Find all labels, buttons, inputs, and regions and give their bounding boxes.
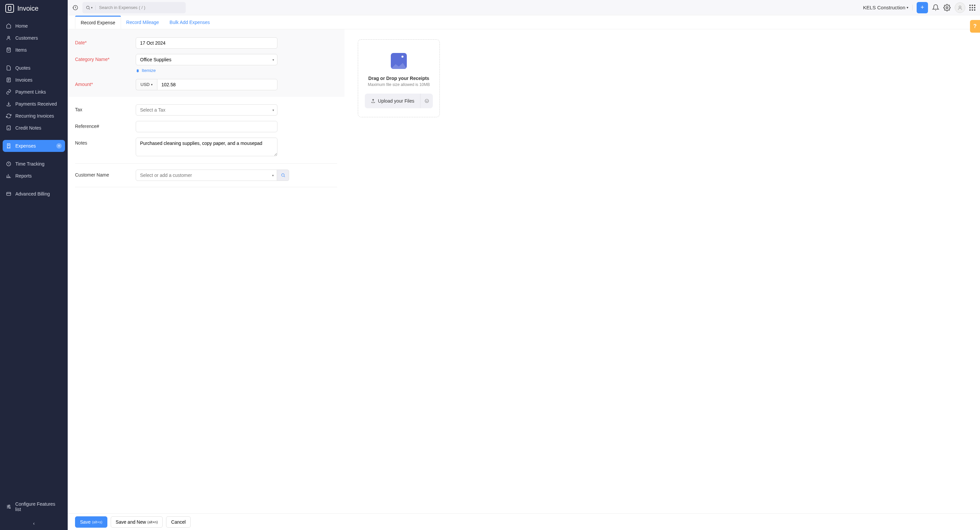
sidebar-item-label: Home	[15, 23, 28, 29]
clock-icon	[6, 161, 11, 167]
sidebar-collapse-toggle[interactable]: ‹	[0, 517, 68, 530]
footer: Save (alt+s) Save and New (alt+n) Cancel	[68, 513, 980, 530]
invoice-icon	[6, 77, 11, 83]
category-label: Category Name*	[75, 54, 136, 62]
link-icon	[6, 89, 11, 95]
sidebar-item-label: Reports	[15, 173, 32, 179]
tab-record-mileage[interactable]: Record Mileage	[121, 16, 164, 28]
itemize-link[interactable]: Itemize	[136, 68, 156, 73]
category-select[interactable]	[136, 54, 277, 65]
save-and-new-button[interactable]: Save and New (alt+n)	[111, 516, 163, 528]
sidebar-item-label: Payments Received	[15, 101, 57, 106]
recent-activity-button[interactable]	[72, 5, 78, 11]
app-title: Invoice	[18, 5, 38, 12]
upload-options-button[interactable]	[420, 94, 433, 108]
sidebar-item-time-tracking[interactable]: Time Tracking	[0, 158, 68, 170]
save-shortcut: (alt+s)	[92, 520, 102, 524]
itemize-icon	[136, 68, 140, 73]
sidebar-item-expenses[interactable]: Expenses +	[3, 140, 65, 152]
search-scope-toggle[interactable]: ▾	[86, 5, 96, 10]
amount-input[interactable]	[157, 79, 277, 90]
add-expense-quick[interactable]: +	[56, 143, 62, 149]
sidebar-item-home[interactable]: Home	[0, 20, 68, 32]
settings-button[interactable]	[943, 4, 951, 11]
itemize-label: Itemize	[142, 68, 156, 73]
save-button[interactable]: Save (alt+s)	[75, 516, 107, 528]
search-input[interactable]	[96, 5, 185, 10]
help-button[interactable]: ?	[970, 20, 980, 33]
upload-title: Drag or Drop your Receipts	[365, 76, 433, 81]
sidebar-item-quotes[interactable]: Quotes	[0, 62, 68, 74]
refresh-icon	[6, 113, 11, 119]
upload-files-button[interactable]: Upload your Files	[365, 94, 420, 108]
apps-menu-button[interactable]	[969, 5, 975, 11]
receipt-dropzone[interactable]: Drag or Drop your Receipts Maximum file …	[358, 39, 440, 117]
credit-icon	[6, 125, 11, 130]
reference-input[interactable]	[136, 121, 277, 132]
sidebar-item-credit-notes[interactable]: Credit Notes	[0, 122, 68, 134]
customer-label: Customer Name	[75, 170, 136, 178]
tab-bulk-add-expenses[interactable]: Bulk Add Expenses	[164, 16, 215, 28]
svg-point-0	[8, 36, 10, 38]
cancel-button[interactable]: Cancel	[166, 516, 191, 528]
notes-textarea[interactable]	[136, 138, 277, 156]
sidebar-item-items[interactable]: Items	[0, 44, 68, 56]
chevron-down-icon	[425, 98, 429, 103]
user-icon	[6, 35, 11, 41]
sidebar-item-advanced-billing[interactable]: Advanced Billing	[0, 188, 68, 200]
receipt-icon	[6, 143, 11, 149]
currency-select[interactable]: USD ▾	[136, 79, 157, 90]
inbox-icon	[6, 101, 11, 106]
svg-point-8	[86, 6, 89, 9]
user-avatar[interactable]	[955, 2, 965, 13]
svg-point-10	[959, 6, 961, 8]
sidebar-item-label: Invoices	[15, 77, 32, 83]
notifications-button[interactable]	[932, 4, 939, 11]
customer-search-button[interactable]	[277, 170, 289, 181]
bag-icon	[6, 47, 11, 52]
divider	[75, 163, 337, 163]
date-label: Date*	[75, 37, 136, 45]
notes-label: Notes	[75, 138, 136, 146]
quick-add-button[interactable]: +	[916, 2, 928, 13]
sidebar-item-payment-links[interactable]: Payment Links	[0, 86, 68, 98]
sidebar-item-recurring-invoices[interactable]: Recurring Invoices	[0, 110, 68, 122]
sidebar-item-reports[interactable]: Reports	[0, 170, 68, 182]
file-icon	[6, 65, 11, 71]
amount-label: Amount*	[75, 79, 136, 87]
sidebar: Invoice Home Customers Items	[0, 0, 68, 530]
customer-select[interactable]	[136, 170, 277, 181]
svg-point-6	[8, 506, 9, 507]
sidebar-configure-features[interactable]: Configure Features list	[0, 497, 68, 517]
sidebar-item-label: Quotes	[15, 65, 30, 71]
svg-rect-4	[7, 192, 11, 195]
sidebar-item-invoices[interactable]: Invoices	[0, 74, 68, 86]
date-input[interactable]	[136, 37, 277, 49]
sidebar-item-customers[interactable]: Customers	[0, 32, 68, 44]
tab-record-expense[interactable]: Record Expense	[75, 16, 121, 29]
tab-label: Record Expense	[81, 20, 115, 25]
chart-icon	[6, 173, 11, 179]
main: ▾ KELS Construction ▾ +	[68, 0, 980, 530]
tabs: Record Expense Record Mileage Bulk Add E…	[68, 15, 980, 29]
chevron-down-icon: ▾	[151, 83, 153, 86]
svg-point-5	[9, 505, 10, 506]
upload-subtitle: Maximum file size allowed is 10MB	[365, 82, 433, 87]
sidebar-item-label: Items	[15, 47, 27, 52]
reference-label: Reference#	[75, 121, 136, 129]
org-switcher[interactable]: KELS Construction ▾	[863, 5, 913, 10]
upload-button-label: Upload your Files	[378, 98, 414, 103]
sidebar-item-label: Advanced Billing	[15, 191, 50, 197]
sidebar-item-payments-received[interactable]: Payments Received	[0, 98, 68, 110]
settings-icon	[6, 504, 11, 509]
sidebar-item-label: Configure Features list	[15, 501, 62, 512]
tax-select[interactable]	[136, 104, 277, 116]
svg-rect-2	[7, 126, 11, 130]
svg-point-7	[10, 508, 11, 509]
search-icon	[86, 5, 91, 10]
svg-point-9	[946, 7, 948, 9]
search-icon	[281, 173, 285, 178]
form-area: Date* Category Name* ▾	[68, 29, 980, 513]
sidebar-item-label: Time Tracking	[15, 161, 45, 167]
sidebar-item-label: Payment Links	[15, 89, 46, 95]
